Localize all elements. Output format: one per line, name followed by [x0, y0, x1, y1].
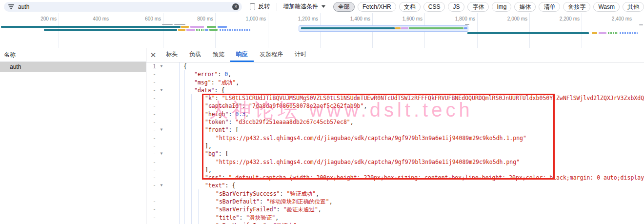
waterfall-bar-segment — [301, 27, 395, 29]
json-line: -"k": "LS0tLS1CRUdJTiBQVUJMSUMgS0VZLS0tL… — [146, 94, 644, 102]
json-line-text: "data": { — [167, 86, 644, 94]
waterfall-small-request-dash — [174, 24, 185, 25]
fold-spacer — [156, 158, 167, 166]
line-number: 1 — [146, 62, 156, 70]
waterfall-small-request-dash — [465, 24, 469, 25]
filter-chip-字体[interactable]: 字体 — [467, 2, 489, 12]
json-line: -▼"front": [ — [146, 126, 644, 134]
invert-checkbox[interactable] — [250, 3, 255, 10]
fold-arrow-icon[interactable]: ▼ — [156, 150, 167, 158]
tab-标头[interactable]: 标头 — [160, 48, 183, 62]
clear-filter-icon[interactable]: × — [232, 3, 239, 10]
json-line: -"sBarVerifySuccess": "验证成功", — [146, 190, 644, 198]
waterfall-bar-segment — [178, 29, 185, 31]
line-number: - — [146, 134, 156, 142]
line-number: - — [146, 142, 156, 150]
waterfall-bar-segment — [401, 27, 408, 29]
invert-label: 反转 — [258, 2, 270, 11]
json-line-text: "https://p432.ssl.qhimgs4.com/d/jiagubao… — [167, 134, 644, 142]
timeline-tick-label: 1,200 ms — [298, 16, 318, 21]
filter-input[interactable]: auth × — [4, 2, 242, 12]
filter-chip-Fetch/XHR[interactable]: Fetch/XHR — [358, 2, 396, 12]
json-line: -"error": 0, — [146, 70, 644, 78]
filter-chip-Img[interactable]: Img — [492, 2, 511, 12]
filter-chip-CSS[interactable]: CSS — [423, 2, 445, 12]
fold-spacer — [156, 102, 167, 110]
fold-arrow-icon[interactable]: ▼ — [156, 62, 167, 70]
filter-chip-清单[interactable]: 清单 — [539, 2, 560, 12]
fold-spacer — [156, 134, 167, 142]
timeline-tick-label: 1,400 ms — [350, 16, 370, 21]
tab-计时[interactable]: 计时 — [289, 48, 312, 62]
waterfall-bar-segment — [395, 27, 401, 29]
waterfall-bar-segment — [181, 26, 189, 28]
network-filter-toolbar: auth × 反转 增加筛选条件 全部Fetch/XHR文档CSSJS字体Img… — [0, 0, 644, 14]
json-line: -▼"text": { — [146, 182, 644, 189]
line-number: - — [146, 86, 156, 94]
fold-arrow-icon[interactable]: ▼ — [156, 86, 167, 94]
line-number: - — [146, 158, 156, 166]
tab-负载[interactable]: 负载 — [183, 48, 207, 62]
fold-arrow-icon[interactable]: ▼ — [156, 182, 167, 189]
request-row-auth[interactable]: auth — [0, 62, 146, 72]
timeline-tick-label: 600 ms — [145, 16, 161, 21]
more-filters-label: 增加筛选条件 — [283, 2, 318, 11]
filter-chip-其他[interactable]: 其他 — [623, 2, 644, 12]
json-line-text: { — [167, 62, 644, 70]
waterfall-bar-segment — [467, 32, 589, 34]
filter-chip-Wasm[interactable]: Wasm — [593, 2, 620, 12]
json-line: -"captchaId": "7da8da9f086058078e2aef5c2… — [146, 102, 644, 110]
fold-arrow-icon[interactable]: ▼ — [156, 126, 167, 134]
json-line: -"token": "d3ccb29f251eaaa8db2c67c45cb57… — [146, 118, 644, 126]
fold-spacer — [156, 94, 167, 102]
json-line: -"https://p432.ssl.qhimgs4.com/d/jiaguba… — [146, 158, 644, 166]
line-number: - — [146, 222, 156, 224]
filter-chip-媒体[interactable]: 媒体 — [514, 2, 536, 12]
filter-input-value[interactable]: auth — [18, 3, 29, 10]
waterfall-bar-segment — [218, 26, 227, 28]
tab-预览[interactable]: 预览 — [207, 48, 230, 62]
close-icon[interactable]: ✕ — [146, 51, 160, 60]
tab-响应[interactable]: 响应 — [230, 48, 254, 62]
tab-发起程序[interactable]: 发起程序 — [254, 48, 289, 62]
line-number: - — [146, 94, 156, 102]
waterfall-bar-segment — [209, 29, 218, 31]
json-line: -"https://p432.ssl.qhimgs4.com/d/jiaguba… — [146, 134, 644, 142]
waterfall-bar-segment — [190, 26, 204, 28]
json-line-text: ], — [167, 142, 644, 150]
chevron-down-icon — [322, 5, 325, 8]
fold-spacer — [156, 205, 167, 213]
line-number: - — [146, 190, 156, 198]
more-filters-button[interactable]: 增加筛选条件 — [283, 2, 325, 11]
json-line: -▼"bg": [ — [146, 150, 644, 158]
line-number: - — [146, 166, 156, 174]
json-line: -], — [146, 166, 644, 174]
filter-chip-JS[interactable]: JS — [448, 2, 464, 12]
fold-spacer — [156, 110, 167, 118]
json-line-text: "css": ".default-captcha {width: 300px;h… — [167, 174, 644, 182]
filter-chip-全部[interactable]: 全部 — [333, 2, 355, 12]
json-line-text: "sBarVerifyIng": "验证中", — [167, 222, 644, 224]
waterfall-bar-segment — [220, 29, 251, 31]
line-number: - — [146, 150, 156, 158]
filter-chip-文档[interactable]: 文档 — [399, 2, 421, 12]
line-number: - — [146, 118, 156, 126]
filter-chip-套接字[interactable]: 套接字 — [563, 2, 590, 12]
json-line: -"msg": "成功", — [146, 79, 644, 86]
json-line: -"heigh": 0.3, — [146, 110, 644, 118]
name-column-header[interactable]: 名称 — [0, 48, 146, 62]
timeline-gridline — [59, 13, 59, 48]
json-line-text: "heigh": 0.3, — [167, 110, 644, 118]
waterfall-bar-segment — [409, 27, 463, 29]
json-line-text: "front": [ — [167, 126, 644, 134]
waterfall-bar-segment — [620, 32, 638, 34]
timeline-gridline — [163, 13, 163, 48]
waterfall-bar-segment — [599, 32, 606, 34]
network-overview-timeline[interactable]: 200 ms400 ms600 ms800 ms1,000 ms1,200 ms… — [0, 13, 644, 48]
request-rows: auth — [0, 62, 146, 72]
filter-icon — [8, 3, 14, 10]
response-json-viewer[interactable]: 1▼{-"error": 0,-"msg": "成功",-▼"data": {-… — [146, 62, 644, 224]
fold-spacer — [156, 142, 167, 150]
fold-spacer — [156, 79, 167, 86]
timeline-tick-label: 2,200 ms — [560, 16, 580, 21]
